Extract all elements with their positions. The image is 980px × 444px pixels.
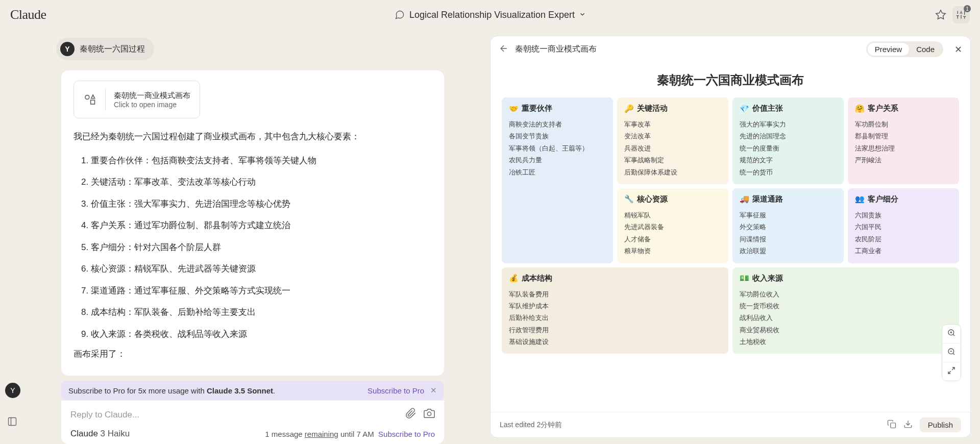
svg-point-10 — [85, 95, 89, 100]
artifact-title: 秦朝统一商业模式画布 — [515, 44, 597, 55]
artifact-header: 秦朝统一商业模式画布 Preview Code ✕ — [491, 36, 970, 63]
avatar: Y — [60, 42, 75, 56]
canvas-title: 秦朝统一六国商业模式画布 — [502, 72, 959, 88]
zoom-controls — [942, 324, 961, 381]
artifact-footer: Last edited 2分钟前 Publish — [491, 412, 970, 437]
svg-marker-0 — [936, 10, 945, 19]
project-selector[interactable]: Logical Relationship Visualization Exper… — [394, 9, 586, 20]
composer: Reply to Claude... Claude 3 Haiku 1 mess… — [61, 400, 444, 444]
svg-rect-26 — [891, 423, 896, 428]
moneybag-icon: 💰 — [509, 274, 519, 283]
artifact-panel: 秦朝统一商业模式画布 Preview Code ✕ 秦朝统一六国商业模式画布 🤝… — [490, 36, 971, 438]
artifact-body: 秦朝统一六国商业模式画布 🤝重要伙伴 商鞅变法的支持者各国变节贵族军事将领（白起… — [491, 63, 970, 412]
svg-line-25 — [948, 371, 951, 374]
close-icon[interactable]: ✕ — [430, 386, 437, 395]
zoom-in-button[interactable] — [942, 325, 961, 343]
handshake-icon: 🤝 — [509, 104, 519, 113]
publish-button[interactable]: Publish — [920, 417, 961, 432]
numbered-list: 重要合作伙伴：包括商鞅变法支持者、军事将领等关键人物 关键活动：军事改革、变法改… — [74, 150, 432, 346]
chat-panel: Y 秦朝统一六国过程 秦朝统一商业模式画布 Click to open imag… — [0, 30, 490, 444]
upgrade-banner: Subscribe to Pro for 5x more usage with … — [61, 381, 444, 400]
cash-icon: 💵 — [740, 274, 749, 283]
list-item: 价值主张：强大军事实力、先进治国理念等核心优势 — [91, 193, 432, 215]
subscribe-link[interactable]: Subscribe to Pro — [368, 386, 424, 395]
star-icon[interactable] — [935, 9, 946, 20]
user-message-text: 秦朝统一六国过程 — [80, 44, 145, 55]
image-attachment-card[interactable]: 秦朝统一商业模式画布 Click to open image — [74, 81, 200, 118]
svg-line-22 — [953, 353, 954, 355]
svg-point-13 — [427, 412, 431, 415]
canvas-value: 💎价值主张 强大的军事实力先进的治国理念统一的度量衡规范的文字统一的货币 — [732, 97, 844, 184]
shapes-icon — [83, 88, 106, 111]
reply-input[interactable]: Reply to Claude... — [70, 410, 139, 420]
project-title: Logical Relationship Visualization Exper… — [409, 10, 575, 20]
expand-button[interactable] — [942, 362, 961, 381]
key-icon: 🔑 — [624, 104, 634, 113]
notification-badge: 1 — [964, 5, 971, 12]
camera-icon[interactable] — [424, 408, 435, 422]
attachment-title: 秦朝统一商业模式画布 — [114, 91, 190, 101]
tab-code[interactable]: Code — [909, 43, 942, 56]
assistant-message: 秦朝统一商业模式画布 Click to open image 我已经为秦朝统一六… — [61, 70, 444, 376]
canvas-segments: 👥客户细分 六国贵族六国平民农民阶层工商业者 — [848, 188, 959, 263]
subscribe-link-footer[interactable]: Subscribe to Pro — [378, 430, 435, 438]
attachment-subtitle: Click to open image — [114, 101, 190, 109]
list-item: 渠道通路：通过军事征服、外交策略等方式实现统一 — [91, 280, 432, 302]
usage-info: 1 message remaining until 7 AM Subscribe… — [265, 430, 435, 438]
diamond-icon: 💎 — [740, 104, 749, 113]
copy-icon[interactable] — [887, 420, 896, 430]
hug-icon: 🤗 — [855, 104, 865, 113]
chat-icon — [394, 9, 405, 20]
svg-line-24 — [952, 367, 954, 370]
view-toggle: Preview Code — [866, 41, 943, 57]
canvas-partners: 🤝重要伙伴 商鞅变法的支持者各国变节贵族军事将领（白起、王翦等）农民兵力量冶铁工… — [502, 97, 613, 263]
canvas-costs: 💰成本结构 军队装备费用军队维护成本后勤补给支出行政管理费用基础设施建设 — [502, 267, 728, 354]
chevron-down-icon — [579, 10, 586, 20]
collapse-sidebar-icon[interactable] — [7, 416, 17, 429]
user-message-chip[interactable]: Y 秦朝统一六国过程 — [56, 38, 154, 60]
download-icon[interactable] — [903, 420, 913, 430]
svg-rect-11 — [91, 100, 95, 104]
list-item: 成本结构：军队装备、后勤补给等主要支出 — [91, 302, 432, 324]
list-item: 重要合作伙伴：包括商鞅变法支持者、军事将领等关键人物 — [91, 150, 432, 172]
list-item: 客户关系：通过军功爵位制、郡县制等方式建立统治 — [91, 215, 432, 237]
logo[interactable]: Claude — [10, 7, 46, 22]
people-icon: 👥 — [855, 194, 865, 204]
canvas-activities: 🔑关键活动 军事改革变法改革兵器改进军事战略制定后勤保障体系建设 — [617, 97, 728, 184]
zoom-out-button[interactable] — [942, 343, 961, 362]
side-avatar[interactable]: Y — [5, 383, 20, 398]
list-item: 核心资源：精锐军队、先进武器等关键资源 — [91, 258, 432, 280]
back-arrow-icon[interactable] — [499, 43, 509, 56]
list-item: 收入来源：各类税收、战利品等收入来源 — [91, 324, 432, 346]
model-selector[interactable]: Claude 3 Haiku — [70, 429, 130, 439]
list-item: 关键活动：军事改革、变法改革等核心行动 — [91, 171, 432, 193]
attach-icon[interactable] — [405, 408, 416, 422]
canvas-resources: 🔧核心资源 精锐军队先进武器装备人才储备粮草物资 — [617, 188, 728, 263]
svg-line-18 — [953, 334, 954, 336]
settings-button[interactable]: 1 — [952, 6, 970, 23]
canvas-revenue: 💵收入来源 军功爵位收入统一货币税收战利品收入商业贸易税收土地税收 — [732, 267, 959, 354]
app-header: Claude Logical Relationship Visualizatio… — [0, 0, 980, 30]
intro-paragraph: 我已经为秦朝统一六国过程创建了商业模式画布，其中包含九大核心要素： — [74, 128, 432, 146]
banner-text: Subscribe to Pro for 5x more usage with … — [68, 386, 275, 395]
list-item: 客户细分：针对六国各个阶层人群 — [91, 237, 432, 259]
truck-icon: 🚚 — [740, 194, 749, 204]
wrench-icon: 🔧 — [624, 194, 634, 204]
tab-preview[interactable]: Preview — [868, 43, 909, 56]
outro-paragraph: 画布采用了： — [74, 345, 432, 363]
close-icon[interactable]: ✕ — [954, 44, 962, 55]
svg-rect-14 — [9, 418, 16, 426]
canvas-relations: 🤗客户关系 军功爵位制郡县制管理法家思想治理严刑峻法 — [848, 97, 959, 184]
svg-marker-12 — [91, 95, 95, 98]
last-edited-label: Last edited 2分钟前 — [500, 421, 562, 430]
canvas-channels: 🚚渠道通路 军事征服外交策略间谍情报政治联盟 — [732, 188, 844, 263]
